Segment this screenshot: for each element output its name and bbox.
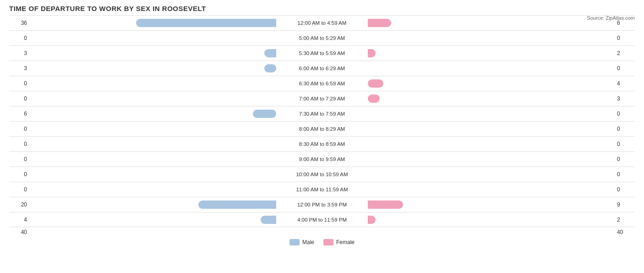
legend: Male Female [9, 239, 635, 245]
female-value: 0 [614, 111, 635, 117]
table-row: 07:00 AM to 7:29 AM3 [9, 91, 635, 106]
bars-center: 4:00 PM to 11:59 PM [30, 216, 614, 224]
male-bar-wrap [130, 79, 276, 88]
male-value: 0 [9, 171, 30, 178]
chart-container: TIME OF DEPARTURE TO WORK BY SEX IN ROOS… [9, 5, 635, 245]
table-row: 011:00 AM to 11:59 AM0 [9, 182, 635, 197]
time-range-label: 5:00 AM to 5:29 AM [276, 35, 368, 41]
female-value: 4 [614, 80, 635, 87]
male-bar-wrap [130, 216, 276, 224]
female-bar-wrap [368, 201, 514, 209]
legend-female-box [323, 239, 333, 245]
male-bar [198, 201, 276, 209]
bars-center: 7:30 AM to 7:59 AM [30, 110, 614, 118]
female-bar-wrap [368, 216, 514, 224]
female-bar [368, 79, 383, 88]
table-row: 67:30 AM to 7:59 AM0 [9, 106, 635, 121]
x-axis-left: 40 [9, 229, 30, 235]
female-bar [368, 95, 380, 103]
x-axis-right: 40 [614, 229, 635, 235]
female-bar [368, 19, 391, 27]
time-range-label: 6:00 AM to 6:29 AM [276, 66, 368, 71]
table-row: 010:00 AM to 10:59 AM0 [9, 167, 635, 182]
time-range-label: 8:30 AM to 8:59 AM [276, 141, 368, 147]
table-row: 2012:00 PM to 3:59 PM9 [9, 197, 635, 212]
male-bar-wrap [130, 170, 276, 178]
male-value: 3 [9, 65, 30, 72]
time-range-label: 10:00 AM to 10:59 AM [276, 172, 368, 177]
male-value: 0 [9, 80, 30, 87]
male-value: 3 [9, 50, 30, 56]
male-bar-wrap [130, 140, 276, 148]
time-range-label: 7:30 AM to 7:59 AM [276, 111, 368, 117]
male-value: 4 [9, 217, 30, 223]
table-row: 35:30 AM to 5:59 AM2 [9, 45, 635, 61]
bars-center: 12:00 PM to 3:59 PM [30, 201, 614, 209]
female-value: 0 [614, 65, 635, 72]
female-bar-wrap [368, 95, 514, 103]
bars-center: 8:30 AM to 8:59 AM [30, 140, 614, 148]
time-range-label: 9:00 AM to 9:59 AM [276, 156, 368, 162]
male-value: 6 [9, 111, 30, 117]
table-row: 08:30 AM to 8:59 AM0 [9, 136, 635, 151]
x-axis: 40 40 [9, 229, 635, 235]
female-bar-wrap [368, 34, 514, 42]
bars-center: 12:00 AM to 4:59 AM [30, 19, 614, 27]
time-range-label: 4:00 PM to 11:59 PM [276, 217, 368, 223]
male-value: 0 [9, 141, 30, 147]
female-value: 2 [614, 50, 635, 56]
female-value: 0 [614, 126, 635, 132]
female-value: 2 [614, 217, 635, 223]
male-bar [261, 216, 276, 224]
legend-male-label: Male [302, 239, 314, 245]
table-row: 09:00 AM to 9:59 AM0 [9, 151, 635, 167]
legend-female: Female [323, 239, 355, 245]
male-bar-wrap [130, 49, 276, 57]
female-value: 0 [614, 171, 635, 178]
time-range-label: 5:30 AM to 5:59 AM [276, 50, 368, 56]
female-value: 0 [614, 141, 635, 147]
female-bar-wrap [368, 155, 514, 163]
legend-male: Male [289, 239, 314, 245]
time-range-label: 12:00 AM to 4:59 AM [276, 20, 368, 26]
female-bar-wrap [368, 79, 514, 88]
female-value: 0 [614, 186, 635, 193]
bars-center: 5:30 AM to 5:59 AM [30, 49, 614, 57]
male-value: 20 [9, 201, 30, 208]
male-bar-wrap [130, 95, 276, 103]
table-row: 06:30 AM to 6:59 AM4 [9, 76, 635, 91]
legend-male-box [289, 239, 300, 245]
bars-center: 9:00 AM to 9:59 AM [30, 155, 614, 163]
chart-area: 3612:00 AM to 4:59 AM605:00 AM to 5:29 A… [9, 15, 635, 227]
table-row: 36:00 AM to 6:29 AM0 [9, 61, 635, 76]
male-bar-wrap [130, 155, 276, 163]
bars-center: 7:00 AM to 7:29 AM [30, 95, 614, 103]
chart-title: TIME OF DEPARTURE TO WORK BY SEX IN ROOS… [9, 5, 635, 12]
female-bar [368, 201, 403, 209]
table-row: 08:00 AM to 8:29 AM0 [9, 121, 635, 136]
time-range-label: 6:30 AM to 6:59 AM [276, 81, 368, 86]
female-bar-wrap [368, 19, 514, 27]
bars-center: 6:00 AM to 6:29 AM [30, 64, 614, 72]
male-value: 0 [9, 126, 30, 132]
time-range-label: 8:00 AM to 8:29 AM [276, 126, 368, 132]
male-bar-wrap [130, 34, 276, 42]
female-bar-wrap [368, 110, 514, 118]
male-bar [136, 19, 276, 27]
time-range-label: 12:00 PM to 3:59 PM [276, 202, 368, 207]
male-value: 36 [9, 20, 30, 26]
male-bar [253, 110, 276, 118]
female-value: 9 [614, 201, 635, 208]
male-bar-wrap [130, 201, 276, 209]
male-bar [264, 49, 276, 57]
bars-center: 6:30 AM to 6:59 AM [30, 79, 614, 88]
female-bar-wrap [368, 125, 514, 133]
bars-center: 11:00 AM to 11:59 AM [30, 185, 614, 194]
female-value: 0 [614, 156, 635, 162]
female-bar-wrap [368, 64, 514, 72]
male-value: 0 [9, 35, 30, 41]
bars-center: 5:00 AM to 5:29 AM [30, 34, 614, 42]
male-bar-wrap [130, 185, 276, 194]
female-bar-wrap [368, 49, 514, 57]
bars-center: 10:00 AM to 10:59 AM [30, 170, 614, 178]
